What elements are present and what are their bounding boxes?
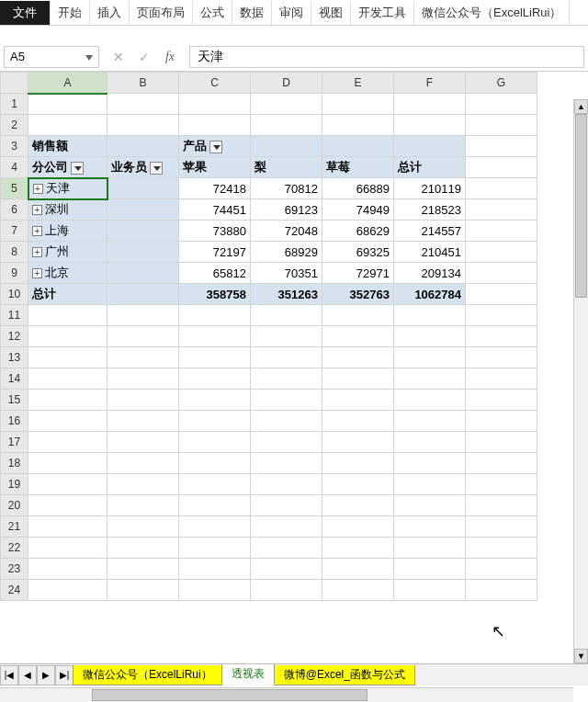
scroll-down-icon[interactable]: ▼ [574,649,588,663]
pivot-row-field-2[interactable]: 业务员 [107,157,179,178]
cell-A5[interactable]: +天津 [28,178,107,199]
scroll-thumb[interactable] [92,689,368,701]
row-header-8[interactable]: 8 [1,242,28,263]
expand-icon[interactable]: + [32,226,42,236]
col-header-E[interactable]: E [322,73,394,94]
row-header-11[interactable]: 11 [1,305,28,326]
pivot-row-field-1[interactable]: 分公司 [28,157,107,178]
sheet-nav-next-icon[interactable]: ▶ [37,665,55,685]
col-header-A[interactable]: A [28,73,107,94]
expand-icon[interactable]: + [33,184,43,194]
vertical-scrollbar[interactable]: ▲ ▼ [573,99,588,663]
col-header-F[interactable]: F [394,73,466,94]
pivot-col-field[interactable]: 产品 [179,136,251,157]
name-box[interactable]: A5 [4,46,99,68]
row-header-1[interactable]: 1 [1,94,28,115]
row-header-23[interactable]: 23 [1,559,28,580]
grand-total-label[interactable]: 总计 [28,284,107,305]
row-header-6[interactable]: 6 [1,199,28,221]
pivot-col-strawberry: 草莓 [322,157,394,178]
ribbon-tab-developer[interactable]: 开发工具 [351,1,414,25]
enter-icon[interactable]: ✓ [132,46,156,68]
ribbon-tab-wechat[interactable]: 微信公众号（ExcelLiRui） [414,1,570,25]
row-header-4[interactable]: 4 [1,157,28,178]
row-header-5[interactable]: 5 [1,178,28,199]
sheet-nav-first-icon[interactable]: |◀ [0,665,18,685]
cell[interactable]: +深圳 [28,199,107,221]
row-header-19[interactable]: 19 [1,474,28,495]
sheet-tab-weibo[interactable]: 微博@Excel_函数与公式 [274,665,415,685]
sheet-tab-bar: |◀ ◀ ▶ ▶| 微信公众号（ExcelLiRui） 透视表 微博@Excel… [0,663,588,685]
ribbon-tab-pagelayout[interactable]: 页面布局 [130,1,193,25]
formula-bar: A5 ✕ ✓ fx [0,42,588,72]
ribbon-tab-formulas[interactable]: 公式 [193,1,232,25]
expand-icon[interactable]: + [32,247,42,257]
scroll-thumb[interactable] [575,114,587,298]
row-header-22[interactable]: 22 [1,538,28,559]
fx-icon[interactable]: fx [158,46,182,68]
scroll-up-icon[interactable]: ▲ [574,99,588,114]
row-header-17[interactable]: 17 [1,432,28,453]
pivot-col-apple: 苹果 [179,157,251,178]
pivot-col-total: 总计 [394,157,466,178]
pivot-values-label: 销售额 [28,136,107,157]
ribbon-tab-view[interactable]: 视图 [311,1,351,25]
cell[interactable]: +上海 [28,221,107,242]
col-header-G[interactable]: G [466,73,537,94]
col-header-B[interactable]: B [107,73,179,94]
ribbon: 文件 开始 插入 页面布局 公式 数据 审阅 视图 开发工具 微信公众号（Exc… [0,0,588,26]
filter-dropdown-icon[interactable] [150,162,163,175]
select-all-corner[interactable] [1,73,28,94]
row-header-15[interactable]: 15 [1,390,28,411]
filter-dropdown-icon[interactable] [71,162,84,175]
row-header-16[interactable]: 16 [1,411,28,432]
row-header-9[interactable]: 9 [1,263,28,284]
row-header-10[interactable]: 10 [1,284,28,305]
expand-icon[interactable]: + [32,205,42,215]
sheet-nav-last-icon[interactable]: ▶| [55,665,74,685]
row-header-7[interactable]: 7 [1,221,28,242]
row-header-24[interactable]: 24 [1,580,28,601]
row-header-20[interactable]: 20 [1,495,28,516]
cell[interactable]: 210119 [394,178,466,199]
sheet-tab-pivot[interactable]: 透视表 [221,664,275,685]
row-header-12[interactable]: 12 [1,326,28,347]
sheet-tab-wechat[interactable]: 微信公众号（ExcelLiRui） [73,665,222,685]
grid: A B C D E F G 1 2 3 销售额 产品 4 分公司 业务员 苹果 … [0,72,588,678]
col-header-C[interactable]: C [179,73,251,94]
ribbon-tab-home[interactable]: 开始 [51,1,90,25]
cell[interactable]: +北京 [28,263,107,284]
row-header-13[interactable]: 13 [1,347,28,368]
ribbon-tab-insert[interactable]: 插入 [90,1,130,25]
row-header-14[interactable]: 14 [1,368,28,390]
cell[interactable]: 66889 [322,178,394,199]
formula-input[interactable] [189,46,584,68]
name-box-value: A5 [10,50,25,63]
sheet-nav-prev-icon[interactable]: ◀ [18,665,37,685]
row-header-3[interactable]: 3 [1,136,28,157]
horizontal-scrollbar[interactable] [0,687,573,702]
pivot-col-pear: 梨 [251,157,322,178]
formula-bar-buttons: ✕ ✓ fx [107,46,182,68]
ribbon-tab-review[interactable]: 审阅 [272,1,311,25]
col-header-D[interactable]: D [251,73,322,94]
file-tab[interactable]: 文件 [0,1,51,25]
ribbon-tab-data[interactable]: 数据 [232,1,272,25]
cancel-icon[interactable]: ✕ [107,46,130,68]
expand-icon[interactable]: + [32,268,42,278]
row-header-2[interactable]: 2 [1,115,28,136]
row-header-18[interactable]: 18 [1,453,28,474]
row-header-21[interactable]: 21 [1,516,28,538]
spreadsheet-table[interactable]: A B C D E F G 1 2 3 销售额 产品 4 分公司 业务员 苹果 … [0,72,537,601]
cell[interactable]: 70812 [251,178,322,199]
filter-dropdown-icon[interactable] [209,141,222,153]
cell[interactable]: 72418 [179,178,251,199]
cell[interactable]: +广州 [28,242,107,263]
